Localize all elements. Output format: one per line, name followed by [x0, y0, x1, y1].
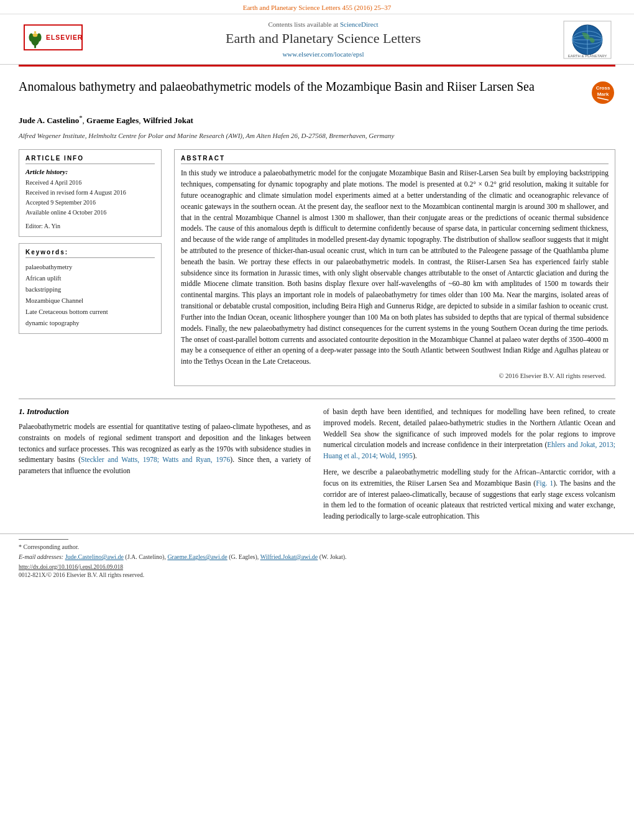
- left-info-column: ARTICLE INFO Article history: Received 4…: [19, 149, 162, 386]
- doi-line: http://dx.doi.org/10.1016/j.epsl.2016.09…: [19, 564, 615, 570]
- editor-info: Editor: A. Yin: [25, 221, 155, 231]
- author-eagles: Graeme Eagles: [86, 116, 139, 125]
- author-jokat: Wilfried Jokat: [143, 116, 193, 125]
- journal-info-center: Contents lists available at ScienceDirec…: [87, 21, 559, 59]
- email-jokat-label: (W. Jokat).: [319, 553, 347, 560]
- email-eagles[interactable]: Graeme.Eagles@awi.de: [167, 553, 227, 560]
- issn-line: 0012-821X/© 2016 Elsevier B.V. All right…: [19, 572, 615, 578]
- abstract-text: In this study we introduce a palaeobathy…: [181, 168, 609, 367]
- email-jokat[interactable]: Wilfried.Jokat@awi.de: [260, 553, 318, 560]
- journal-title: Earth and Planetary Science Letters: [99, 30, 547, 47]
- svg-text:Mark: Mark: [597, 91, 609, 97]
- affiliation: Alfred Wegener Institute, Helmholtz Cent…: [0, 129, 634, 144]
- contents-available: Contents lists available at ScienceDirec…: [99, 21, 547, 28]
- body-right-col: of basin depth have been identified, and…: [323, 407, 615, 527]
- doi-link[interactable]: http://dx.doi.org/10.1016/j.epsl.2016.09…: [19, 564, 123, 570]
- right-abstract-column: ABSTRACT In this study we introduce a pa…: [174, 149, 615, 386]
- footer-area: * Corresponding author. E-mail addresses…: [0, 533, 634, 582]
- intro-paragraph-3: Here, we describe a palaeobathymetric mo…: [323, 467, 615, 522]
- sciencedirect-link[interactable]: ScienceDirect: [340, 21, 379, 28]
- abstract-box: ABSTRACT In this study we introduce a pa…: [174, 149, 615, 386]
- elsevier-logo-container: ELSEVIER: [19, 24, 87, 56]
- corresponding-author-note: * Corresponding author.: [19, 542, 615, 552]
- article-title-section: Anomalous bathymetry and palaeobathymetr…: [0, 67, 634, 111]
- email-castelino-label: (J.A. Castelino),: [125, 553, 167, 560]
- citation-text: Earth and Planetary Science Letters 455 …: [243, 4, 392, 11]
- globe-icon: EARTH & PLANETARY: [563, 21, 612, 59]
- body-content: 1. Introduction Palaeobathymetric models…: [0, 407, 634, 527]
- section1-title: 1. Introduction: [19, 407, 311, 417]
- history-label: Article history:: [25, 168, 155, 175]
- email-eagles-label: (G. Eagles),: [229, 553, 260, 560]
- abstract-heading: ABSTRACT: [181, 155, 609, 164]
- journal-header: ELSEVIER Contents lists available at Sci…: [0, 14, 634, 65]
- ref-ehlers[interactable]: Ehlers and Jokat, 2013; Huang et al., 20…: [323, 441, 615, 459]
- ref-fig1[interactable]: Fig. 1: [536, 479, 553, 487]
- received-date: Received 4 April 2016: [25, 178, 155, 188]
- svg-text:Cross: Cross: [596, 85, 610, 91]
- article-title: Anomalous bathymetry and palaeobathymetr…: [19, 78, 590, 95]
- received-revised-date: Received in revised form 4 August 2016: [25, 188, 155, 198]
- keyword-6: dynamic topography: [25, 318, 155, 329]
- article-info-heading: ARTICLE INFO: [25, 155, 155, 164]
- accepted-date: Accepted 9 September 2016: [25, 198, 155, 208]
- ref-steckler[interactable]: Steckler and Watts, 1978; Watts and Ryan…: [81, 456, 230, 463]
- keyword-2: African uplift: [25, 273, 155, 284]
- section-divider: [19, 399, 615, 399]
- info-abstract-section: ARTICLE INFO Article history: Received 4…: [0, 144, 634, 392]
- elsevier-logo-svg: ELSEVIER: [24, 24, 83, 56]
- intro-paragraph-2: of basin depth have been identified, and…: [323, 407, 615, 462]
- crossmark-badge[interactable]: Cross Mark: [590, 80, 615, 105]
- svg-point-7: [34, 31, 36, 33]
- intro-paragraph-1: Palaeobathymetric models are essential f…: [19, 422, 311, 477]
- authors-section: Jude A. Castelino*, Graeme Eagles, Wilfr…: [0, 111, 634, 129]
- page: Earth and Planetary Science Letters 455 …: [0, 0, 634, 840]
- email-label: E-mail addresses:: [19, 553, 65, 560]
- journal-url[interactable]: www.elsevier.com/locate/epsl: [282, 50, 364, 58]
- svg-point-5: [32, 34, 37, 37]
- keyword-1: palaeobathymetry: [25, 262, 155, 273]
- keyword-4: Mozambique Channel: [25, 295, 155, 307]
- email-castelino[interactable]: Jude.Castelino@awi.de: [65, 553, 124, 560]
- article-info-box: ARTICLE INFO Article history: Received 4…: [19, 149, 162, 237]
- citation-bar: Earth and Planetary Science Letters 455 …: [0, 0, 634, 14]
- journal-globe-logo: EARTH & PLANETARY: [559, 21, 615, 59]
- body-left-col: 1. Introduction Palaeobathymetric models…: [19, 407, 311, 527]
- available-date: Available online 4 October 2016: [25, 208, 155, 218]
- svg-text:EARTH & PLANETARY: EARTH & PLANETARY: [568, 54, 607, 58]
- copyright-line: © 2016 Elsevier B.V. All rights reserved…: [181, 372, 609, 379]
- keyword-3: backstripping: [25, 284, 155, 295]
- keyword-5: Late Cretaceous bottom current: [25, 307, 155, 318]
- keywords-box: Keywords: palaeobathymetry African uplif…: [19, 243, 162, 334]
- author-castelino: Jude A. Castelino: [19, 116, 79, 125]
- footnote-separator: [19, 539, 68, 540]
- keywords-heading: Keywords:: [25, 249, 155, 258]
- authors-text: Jude A. Castelino*, Graeme Eagles, Wilfr…: [19, 116, 193, 125]
- svg-text:ELSEVIER: ELSEVIER: [46, 34, 83, 41]
- email-footnote: E-mail addresses: Jude.Castelino@awi.de …: [19, 552, 615, 562]
